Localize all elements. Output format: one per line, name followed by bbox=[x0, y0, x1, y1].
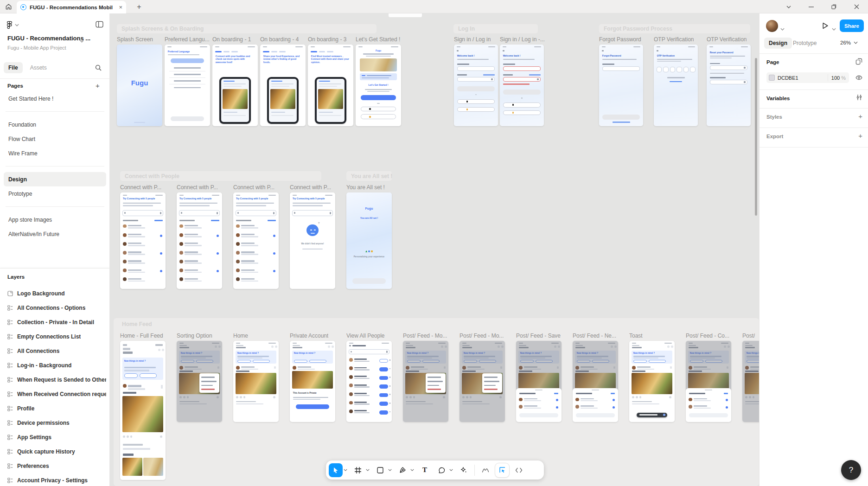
frame-label-splash-screen[interactable]: Splash Screen bbox=[117, 36, 153, 43]
move-tool[interactable] bbox=[329, 463, 343, 477]
account-chevron-icon[interactable] bbox=[780, 24, 785, 32]
canvas-frame-on-boarding-4[interactable]: Share your food Experience, and review o… bbox=[260, 45, 306, 126]
layer-item-logo-background[interactable]: Logo Background bbox=[4, 286, 110, 301]
layer-item-app-settings[interactable]: App Settings bbox=[4, 430, 110, 444]
canvas-frame-forgot-password[interactable]: Forgot Password bbox=[599, 45, 643, 126]
comment-tool-chevron-icon[interactable] bbox=[448, 463, 454, 477]
project-name[interactable]: Fugu - Mobile App Project bbox=[7, 45, 100, 51]
canvas-frame-sign-in-log-in[interactable]: Welcome back ! bbox=[454, 45, 498, 126]
frame-label-home[interactable]: Home bbox=[233, 333, 248, 339]
page-item-foundation[interactable]: Foundation bbox=[4, 117, 106, 132]
window-menu-chevron-icon[interactable] bbox=[779, 0, 798, 13]
frame-label-on-boarding-1[interactable]: On boarding - 1 bbox=[212, 36, 251, 43]
canvas-frame-post[interactable]: New things in mind ? bbox=[742, 341, 759, 422]
layer-item-collection-private-in-detail[interactable]: Collection - Private - In Detail bbox=[4, 315, 110, 329]
canvas-frame-private-account[interactable]: New things in mind ?This Account is Priv… bbox=[290, 341, 335, 422]
frame-label-toast[interactable]: Toast bbox=[629, 333, 643, 339]
canvas-frame-connect-with-p[interactable]: Try Connecting with 5 people?We didn't f… bbox=[290, 192, 335, 289]
layer-item-account-privacy-settings[interactable]: Account Privacy - Settings bbox=[4, 473, 110, 486]
canvas-frame-sorting-option[interactable]: New things in mind ? bbox=[177, 341, 222, 422]
frame-label-home-full-feed[interactable]: Home - Full Feed bbox=[120, 333, 163, 339]
add-export-button[interactable]: + bbox=[858, 132, 862, 140]
window-minimize-button[interactable] bbox=[802, 0, 820, 13]
frame-label-otp-verification[interactable]: OTP Verification bbox=[707, 36, 747, 43]
page-visibility-toggle[interactable] bbox=[855, 74, 862, 82]
canvas-frame-splash-screen[interactable]: Fugu bbox=[117, 45, 162, 126]
figma-menu-button[interactable] bbox=[6, 21, 19, 29]
canvas-frame-home-full-feed[interactable]: New things in mind ? bbox=[120, 341, 166, 480]
frame-tool-chevron-icon[interactable] bbox=[365, 463, 370, 477]
page-color-hex[interactable]: DCDBE1 bbox=[778, 75, 828, 81]
section-you-are-all-set[interactable]: You are All set ! bbox=[346, 171, 392, 181]
canvas-frame-preferred-langu[interactable]: Preferred Language bbox=[165, 45, 210, 126]
layer-item-device-permissions[interactable]: Device permissions bbox=[4, 416, 110, 430]
frame-label-private-account[interactable]: Private Account bbox=[290, 333, 328, 339]
variables-icon[interactable] bbox=[856, 94, 862, 102]
page-item-alternative-in-future[interactable]: AlterNative/In Future bbox=[4, 227, 106, 241]
share-button[interactable]: Share bbox=[840, 19, 864, 32]
frame-tool[interactable] bbox=[351, 463, 365, 477]
section-label-home-feed[interactable]: Home Feed bbox=[122, 321, 152, 327]
canvas-frame-connect-with-p[interactable]: Try Connecting with 5 people bbox=[177, 192, 222, 289]
frame-label-post[interactable]: Post/ bbox=[742, 333, 755, 339]
styles-section[interactable]: Styles + bbox=[760, 108, 868, 128]
page-color-row[interactable]: DCDBE1 100 % bbox=[766, 72, 849, 83]
layer-item-quick-capture-history[interactable]: Quick capture History bbox=[4, 444, 110, 459]
frame-label-post-feed-ne[interactable]: Post/ Feed - Ne... bbox=[573, 333, 616, 339]
design-mode-toggle[interactable] bbox=[495, 463, 509, 477]
frame-label-connect-with-p[interactable]: Connect with P... bbox=[233, 184, 274, 191]
present-options-chevron-icon[interactable] bbox=[832, 24, 836, 32]
toggle-sidebar-button[interactable] bbox=[96, 21, 103, 30]
page-item-flow-chart[interactable]: Flow Chart bbox=[4, 132, 106, 146]
frame-label-post-feed-mo[interactable]: Post/ Feed - Mo... bbox=[460, 333, 504, 339]
page-item-design[interactable]: Design bbox=[4, 172, 106, 186]
page-opacity-field[interactable]: 100 % bbox=[828, 74, 849, 81]
frame-label-view-all-people[interactable]: View All People bbox=[346, 333, 385, 339]
frame-label-you-are-all-set[interactable]: You are All set ! bbox=[346, 184, 385, 191]
file-tab[interactable]: FUGU - Recommendations Mobil × bbox=[17, 1, 126, 13]
frame-label-post-feed-co[interactable]: Post/ Feed - Co... bbox=[686, 333, 729, 339]
design-canvas[interactable]: Home FeedSplash Screens & On BoardingLog… bbox=[110, 13, 759, 486]
page-item-prototype[interactable]: Prototype bbox=[4, 186, 106, 201]
dev-mode-toggle[interactable] bbox=[512, 463, 526, 477]
export-section[interactable]: Export + bbox=[760, 128, 868, 147]
layer-item-profile[interactable]: Profile bbox=[4, 401, 110, 416]
page-item-wire-frame[interactable]: Wire Frame bbox=[4, 146, 106, 160]
canvas-frame-on-boarding-1[interactable]: Connect with your buddies and check out … bbox=[212, 45, 258, 126]
zoom-control[interactable]: 26% bbox=[840, 40, 858, 45]
frame-label-connect-with-p[interactable]: Connect with P... bbox=[177, 184, 218, 191]
canvas-frame-let-s-get-started[interactable]: FuguLet's Get Started ! bbox=[356, 45, 401, 126]
section-splash-screens-on-boarding[interactable]: Splash Screens & On Boarding bbox=[117, 24, 377, 33]
frame-label-on-boarding-3[interactable]: On boarding - 3 bbox=[308, 36, 346, 43]
section-log-in[interactable]: Log In bbox=[453, 24, 538, 33]
draw-tool[interactable] bbox=[479, 463, 492, 477]
canvas-frame-post-feed-co[interactable]: New things in mind ? bbox=[686, 341, 731, 422]
file-name-title[interactable]: FUGU - Recommendations ... bbox=[7, 35, 91, 42]
pen-tool-chevron-icon[interactable] bbox=[409, 463, 415, 477]
frame-label-post-feed-save[interactable]: Post/ Feed - Save bbox=[516, 333, 561, 339]
section-forgot-password-process[interactable]: Forgot Password Process bbox=[599, 24, 750, 33]
pen-tool[interactable] bbox=[396, 463, 409, 477]
canvas-frame-you-are-all-set[interactable]: FuguYou are All set !Personalizing your … bbox=[346, 192, 392, 289]
comment-tool[interactable] bbox=[434, 463, 448, 477]
canvas-frame-post-feed-mo[interactable]: New things in mind ? bbox=[403, 341, 448, 422]
shape-tool-chevron-icon[interactable] bbox=[387, 463, 393, 477]
frame-label-post-feed-mo[interactable]: Post/ Feed - Mo... bbox=[403, 333, 447, 339]
canvas-frame-otp-verification[interactable]: OTP Verification bbox=[654, 45, 698, 126]
search-button[interactable] bbox=[95, 64, 102, 73]
partial-frame-above[interactable] bbox=[389, 13, 422, 17]
help-button[interactable]: ? bbox=[841, 460, 861, 480]
layer-item-all-connections-options[interactable]: All Connections - Options bbox=[4, 301, 110, 315]
frame-label-preferred-langu[interactable]: Preferred Langu... bbox=[165, 36, 210, 43]
canvas-frame-post-feed-mo[interactable]: New things in mind ? bbox=[460, 341, 505, 422]
add-style-button[interactable]: + bbox=[858, 112, 862, 120]
text-tool[interactable]: T bbox=[418, 463, 432, 477]
layer-item-when-request-is-sended-to-other-pro[interactable]: When Request is Sended to Other Pro bbox=[4, 372, 110, 387]
layer-item-empty-connections-list[interactable]: Empty Connections List bbox=[4, 329, 110, 344]
canvas-frame-sign-in-log-in[interactable]: Welcome back ! bbox=[500, 45, 544, 126]
tab-prototype[interactable]: Prototype bbox=[788, 38, 821, 49]
frame-label-connect-with-p[interactable]: Connect with P... bbox=[290, 184, 331, 191]
canvas-frame-home[interactable]: New things in mind ? bbox=[233, 341, 279, 422]
home-button[interactable] bbox=[0, 0, 17, 13]
avatar[interactable] bbox=[766, 20, 778, 32]
